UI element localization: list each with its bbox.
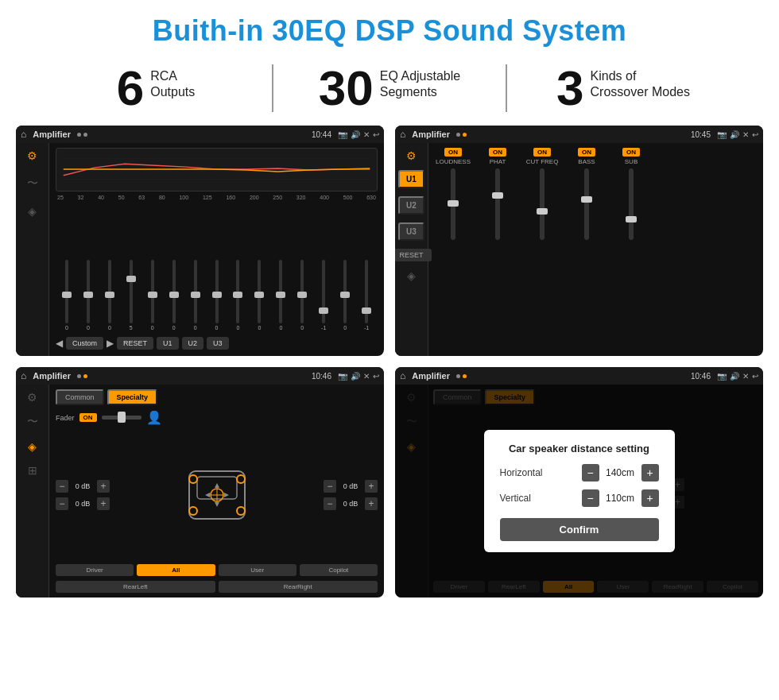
sub-slider[interactable] — [629, 168, 634, 240]
cutfreq-slider[interactable] — [540, 168, 545, 240]
eq-slider-200[interactable]: 0 — [250, 260, 269, 331]
svg-marker-14 — [205, 493, 210, 497]
cross-bottom2[interactable]: RearLeft RearRight — [56, 581, 378, 593]
eq-slider-500[interactable]: 0 — [335, 260, 355, 331]
vertical-minus-btn[interactable]: − — [582, 489, 599, 507]
prev-button[interactable]: ◀ — [56, 338, 63, 349]
eq-track-630[interactable] — [365, 260, 368, 323]
dot2 — [83, 133, 87, 137]
u3-sidebar-btn[interactable]: U3 — [398, 222, 424, 241]
vol-plus-tr[interactable]: + — [365, 480, 378, 493]
eq-graph — [56, 148, 378, 191]
dialog-vertical-row: Vertical − 110cm + — [500, 489, 659, 507]
eq-slider-630[interactable]: -1 — [357, 260, 376, 331]
eq-track-250[interactable] — [279, 260, 282, 323]
vertical-stepper[interactable]: − 110cm + — [582, 489, 659, 507]
phat-label: PHAT — [490, 158, 506, 165]
u2-button[interactable]: U2 — [182, 337, 204, 350]
eq-track-160[interactable] — [236, 260, 239, 323]
eq-track-63[interactable] — [151, 260, 154, 323]
rearleft-btn[interactable]: RearLeft — [56, 581, 215, 593]
u1-sidebar-btn[interactable]: U1 — [398, 170, 424, 188]
horizontal-minus-btn[interactable]: − — [582, 464, 599, 481]
reset-button[interactable]: RESET — [117, 337, 153, 350]
bass-slider[interactable] — [584, 168, 589, 240]
eq-thumb-125 — [212, 292, 222, 298]
horizontal-plus-btn[interactable]: + — [641, 464, 659, 481]
eq-slider-40[interactable]: 0 — [100, 260, 119, 331]
copilot-btn[interactable]: Copilot — [300, 564, 378, 576]
eq-track-500[interactable] — [343, 260, 347, 323]
amp-reset-btn[interactable]: RESET — [395, 249, 432, 261]
eq-slider-250[interactable]: 0 — [271, 260, 290, 331]
common-tab[interactable]: Common — [56, 389, 104, 405]
eq-track-400[interactable] — [322, 260, 325, 323]
confirm-button[interactable]: Confirm — [500, 518, 659, 541]
stat-divider-1 — [272, 64, 273, 112]
eq-slider-125[interactable]: 0 — [207, 260, 227, 331]
eq-slider-80[interactable]: 0 — [165, 260, 184, 331]
vol-plus-br[interactable]: + — [365, 497, 378, 510]
back-icon2: ↩ — [752, 130, 758, 139]
rearright-btn[interactable]: RearRight — [219, 581, 378, 593]
fader-knob — [118, 412, 126, 423]
svg-marker-15 — [224, 493, 229, 497]
horizontal-stepper[interactable]: − 140cm + — [582, 464, 659, 481]
u2-sidebar-btn[interactable]: U2 — [398, 196, 424, 215]
eq-track-32[interactable] — [87, 260, 90, 323]
eq-slider-63[interactable]: 0 — [143, 260, 162, 331]
eq-track-320[interactable] — [300, 260, 304, 323]
eq-slider-100[interactable]: 0 — [186, 260, 205, 331]
eq-track-80[interactable] — [172, 260, 176, 323]
user-btn[interactable]: User — [219, 564, 296, 576]
eq-thumb-250 — [276, 292, 285, 298]
screen1-time: 10:44 — [312, 130, 331, 139]
vol-minus-tr[interactable]: − — [324, 480, 336, 493]
u1-button[interactable]: U1 — [157, 337, 179, 350]
vol-minus-br[interactable]: − — [324, 497, 336, 510]
eq-bottom-bar[interactable]: ◀ Custom ▶ RESET U1 U2 U3 — [56, 334, 378, 351]
vol-plus-bl[interactable]: + — [97, 497, 110, 510]
vol-val-bl: 0 dB — [72, 500, 94, 508]
eq-slider-50[interactable]: 5 — [122, 260, 141, 331]
eq-value-80: 0 — [172, 325, 176, 331]
eq-thumb-100 — [191, 292, 200, 298]
play-button[interactable]: ▶ — [107, 338, 114, 349]
screen-dialog: ⌂ Amplifier 10:46 📷 🔊 ✕ ↩ ⚙ 〜 ◈ — [395, 367, 763, 598]
vol-minus-bl[interactable]: − — [56, 497, 68, 510]
eq-track-100[interactable] — [194, 260, 197, 323]
eq-thumb-630 — [362, 307, 371, 314]
driver-btn[interactable]: Driver — [56, 564, 134, 576]
eq-thumb-80 — [169, 292, 179, 298]
screen4-dots — [456, 374, 467, 378]
amp-main: ON LOUDNESS ON PHAT — [428, 143, 763, 356]
vol-plus-tl[interactable]: + — [97, 480, 110, 493]
eq-slider-32[interactable]: 0 — [79, 260, 98, 331]
back-icon4: ↩ — [752, 372, 758, 381]
cross-bottom-buttons[interactable]: Driver All User Copilot — [56, 564, 378, 576]
fader-slider[interactable] — [102, 416, 141, 420]
specialty-tab[interactable]: Specialty — [107, 389, 158, 405]
eq-slider-320[interactable]: 0 — [293, 260, 312, 331]
vol-val-tl: 0 dB — [72, 482, 94, 490]
stat-label-rca: RCAOutputs — [150, 64, 195, 100]
car-diagram-svg — [165, 443, 269, 547]
vol-minus-tl[interactable]: − — [56, 480, 68, 493]
eq-curve-svg — [56, 149, 377, 191]
eq-track-50[interactable] — [130, 260, 133, 323]
eq-slider-25[interactable]: 0 — [57, 260, 76, 331]
sub-col: ON SUB — [611, 148, 651, 351]
eq-track-40[interactable] — [108, 260, 111, 323]
vertical-plus-btn[interactable]: + — [641, 489, 659, 507]
all-btn[interactable]: All — [137, 564, 215, 576]
loudness-slider[interactable] — [451, 168, 455, 240]
phat-slider[interactable] — [495, 168, 500, 240]
eq-track-125[interactable] — [215, 260, 219, 323]
vol-row-br: − 0 dB + — [324, 497, 378, 510]
eq-track-25[interactable] — [65, 260, 68, 323]
eq-track-200[interactable] — [258, 260, 261, 323]
cross-tabs[interactable]: Common Specialty — [56, 389, 378, 405]
u3-button[interactable]: U3 — [207, 337, 229, 350]
eq-slider-400[interactable]: -1 — [314, 260, 333, 331]
eq-slider-160[interactable]: 0 — [229, 260, 248, 331]
